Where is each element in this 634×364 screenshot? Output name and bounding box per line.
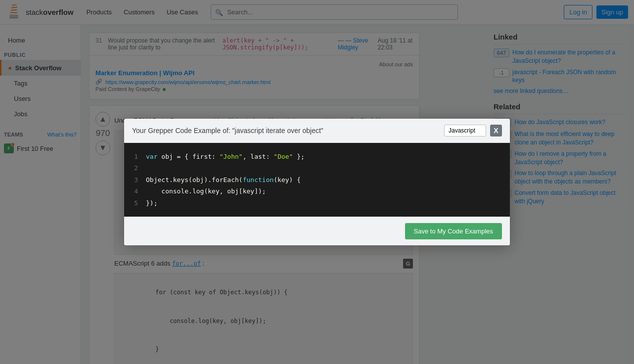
modal-header: Your Grepper Code Example of: "javascrip… — [124, 119, 510, 143]
code-line-1: 1 var obj = { first: "John", last: "Doe"… — [132, 151, 502, 162]
modal-close-button[interactable]: X — [490, 125, 502, 136]
modal-overlay[interactable]: Your Grepper Code Example of: "javascrip… — [0, 0, 634, 364]
modal-title: Your Grepper Code Example of: "javascrip… — [132, 127, 323, 135]
modal-footer: Save to My Code Examples — [124, 217, 510, 245]
modal-code-area: 1 var obj = { first: "John", last: "Doe"… — [124, 143, 510, 217]
code-line-2: 2 — [132, 162, 502, 174]
language-select[interactable]: Javascript — [444, 125, 486, 136]
code-line-5: 5 }); — [132, 197, 502, 209]
code-line-3: 3 Object.keys(obj).forEach(function(key)… — [132, 174, 502, 185]
modal-header-right: Javascript X — [444, 125, 502, 136]
modal: Your Grepper Code Example of: "javascrip… — [124, 119, 510, 245]
code-line-4: 4 console.log(key, obj[key]); — [132, 185, 502, 197]
save-button[interactable]: Save to My Code Examples — [405, 223, 502, 239]
